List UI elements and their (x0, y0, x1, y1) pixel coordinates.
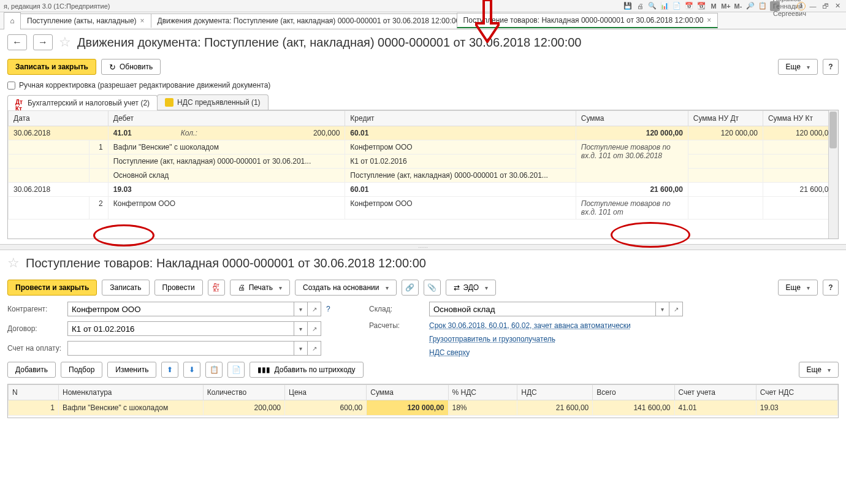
more-button[interactable]: Еще (778, 280, 818, 296)
contractor-input[interactable] (67, 302, 294, 316)
save-button[interactable]: Записать (102, 280, 149, 296)
subtab-vat[interactable]: НДС предъявленный (1) (157, 94, 268, 110)
move-down-button[interactable]: ⬇ (183, 362, 200, 378)
dropdown-icon[interactable]: ▾ (656, 302, 669, 316)
subtab-accounting[interactable]: ДтКт Бухгалтерский и налоговый учет (2) (7, 95, 158, 110)
print-icon: 🖨 (238, 283, 245, 292)
favorite-icon[interactable]: ☆ (7, 255, 20, 271)
minimize-icon[interactable]: — (808, 1, 818, 11)
col-qty[interactable]: Количество (203, 385, 284, 400)
restore-icon[interactable]: 🗗 (820, 1, 830, 11)
close-tab-icon[interactable]: × (140, 17, 145, 25)
zoom-m-icon[interactable]: M (709, 1, 718, 11)
copy-icon: 📋 (210, 365, 219, 374)
warehouse-input[interactable] (429, 302, 656, 316)
toolbar: Записать и закрыть ↻Обновить Еще ? (7, 59, 839, 75)
attach-button[interactable]: 📎 (424, 280, 441, 296)
calendar-icon[interactable]: 📅 (684, 1, 694, 11)
contract-input[interactable] (67, 321, 294, 336)
open-icon[interactable]: ↗ (308, 341, 321, 356)
move-up-button[interactable]: ⬆ (161, 362, 178, 378)
col-price[interactable]: Цена (285, 385, 367, 400)
vat-mode-link[interactable]: НДС сверху (429, 348, 470, 357)
dtkt-button[interactable]: ДтКт (208, 280, 225, 296)
contractor-field: ▾ ↗ (67, 302, 321, 316)
zoom-mminus-icon[interactable]: M- (733, 1, 743, 11)
col-vat[interactable]: НДС (517, 385, 593, 400)
help-button[interactable]: ? (823, 59, 839, 75)
tab-receipts[interactable]: Поступление (акты, накладные) × (20, 13, 151, 28)
open-icon[interactable]: ↗ (308, 302, 321, 316)
zoom-icon[interactable]: 🔎 (745, 1, 755, 11)
doc-icon[interactable]: 📄 (672, 1, 682, 11)
grid-row[interactable]: 1 Вафли "Венские" с шоколадом Конфетпром… (9, 140, 838, 155)
link-icon: 🔗 (405, 283, 414, 292)
col-date[interactable]: Дата (9, 111, 109, 126)
sender-receiver-link[interactable]: Грузоотправитель и грузополучатель (429, 335, 555, 343)
dropdown-icon[interactable]: ▾ (294, 321, 308, 336)
post-button[interactable]: Провести (154, 280, 203, 296)
add-barcode-button[interactable]: ▮▮▮Добавить по штрихкоду (250, 362, 363, 378)
grid-row[interactable]: 1 Вафли "Венские" с шоколадом 200,000 60… (9, 400, 838, 416)
col-total[interactable]: Всего (593, 385, 674, 400)
print-icon[interactable]: 🖨 (635, 1, 645, 11)
col-acct[interactable]: Счет учета (674, 385, 756, 400)
save-close-button[interactable]: Записать и закрыть (7, 59, 96, 75)
close-icon[interactable]: ✕ (833, 1, 842, 11)
pick-button[interactable]: Подбор (61, 362, 102, 378)
grid-row[interactable]: Основной склад Поступление (акт, накладн… (9, 169, 838, 183)
close-tab-icon[interactable]: × (707, 16, 711, 25)
invoice-input[interactable] (67, 341, 294, 356)
refresh-button[interactable]: ↻Обновить (101, 59, 161, 75)
col-sum[interactable]: Сумма (367, 385, 448, 400)
edo-button[interactable]: ⇄ЭДО (446, 280, 497, 296)
edit-button[interactable]: Изменить (107, 362, 156, 378)
col-vatacct[interactable]: Счет НДС (756, 385, 837, 400)
col-debit[interactable]: Дебет (108, 111, 345, 126)
grid-row[interactable]: Поступление (акт, накладная) 0000-000001… (9, 155, 838, 169)
col-nom[interactable]: Номенклатура (59, 385, 204, 400)
manual-edit-checkbox[interactable] (7, 82, 15, 90)
tab-movements[interactable]: Движения документа: Поступление (акт, на… (151, 13, 457, 28)
col-sumnudt[interactable]: Сумма НУ Дт (688, 111, 763, 126)
grid-row[interactable]: 2 Конфетпром ООО Конфетпром ООО Поступле… (9, 197, 838, 220)
col-vatpct[interactable]: % НДС (448, 385, 517, 400)
scrollbar[interactable] (828, 110, 838, 239)
col-sumnukt[interactable]: Сумма НУ Кт (763, 111, 837, 126)
dropdown-icon[interactable]: ▾ (294, 341, 308, 356)
link-button[interactable]: 🔗 (402, 280, 419, 296)
date-icon[interactable]: 📆 (696, 1, 706, 11)
calc-link[interactable]: Срок 30.06.2018, 60.01, 60.02, зачет ава… (429, 321, 631, 330)
open-icon[interactable]: ↗ (669, 302, 683, 316)
contractor-info[interactable]: ? (326, 305, 330, 313)
forward-button[interactable]: → (33, 34, 53, 50)
favorite-icon[interactable]: ☆ (59, 34, 71, 50)
help-button[interactable]: ? (823, 280, 839, 296)
dropdown-icon[interactable]: ▾ (294, 302, 308, 316)
home-tab[interactable]: ⌂ (4, 12, 21, 29)
edo-icon: ⇄ (454, 283, 460, 292)
search-icon[interactable]: 🔍 (647, 1, 657, 11)
grid-row[interactable]: 30.06.2018 41.01Кол.:200,000 60.01 120 0… (9, 126, 838, 140)
print-button[interactable]: 🖨Печать (230, 280, 290, 296)
col-n[interactable]: N (9, 385, 59, 400)
splitter[interactable]: ⋯⋯ (0, 244, 846, 250)
user-name[interactable]: Абрамов Геннадий Сергеевич (785, 1, 795, 11)
back-button[interactable]: ← (7, 34, 27, 50)
clipboard-icon[interactable]: 📋 (758, 1, 768, 11)
create-based-button[interactable]: Создать на основании (295, 280, 397, 296)
post-close-button[interactable]: Провести и закрыть (7, 280, 97, 296)
col-sum[interactable]: Сумма (576, 111, 688, 126)
col-credit[interactable]: Кредит (345, 111, 576, 126)
info-icon[interactable]: i (797, 2, 806, 10)
open-icon[interactable]: ↗ (308, 321, 321, 336)
calc-icon[interactable]: 📊 (660, 1, 669, 11)
more-button[interactable]: Еще (799, 362, 839, 378)
paste-button[interactable]: 📄 (227, 362, 245, 378)
zoom-mplus-icon[interactable]: M+ (721, 1, 731, 11)
add-button[interactable]: Добавить (7, 362, 56, 378)
save-icon[interactable]: 💾 (623, 1, 633, 11)
more-button[interactable]: Еще (778, 59, 818, 75)
grid-row[interactable]: 30.06.2018 19.03 60.01 21 600,00 21 600,… (9, 183, 838, 197)
copy-button[interactable]: 📋 (205, 362, 223, 378)
